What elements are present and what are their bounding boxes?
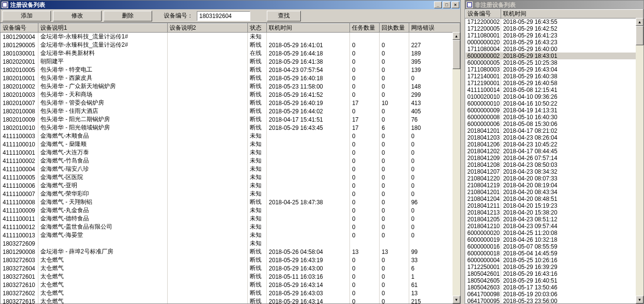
table-row[interactable]: 60000000092018-04-19 14:13:31 (466, 107, 644, 114)
table-row[interactable]: 18050426052018-05-29 16:40:51 (466, 277, 644, 284)
table-row[interactable]: 20180412032018-04-23 08:26:04 (466, 134, 644, 141)
table-row[interactable]: 17110800012018-05-29 16:41:23 (466, 32, 644, 39)
delete-button[interactable]: 删除 (104, 11, 152, 21)
table-row[interactable]: 60000000042018-05-25 10:26:16 (466, 257, 644, 264)
table-row[interactable]: 20180412092018-04-26 07:57:14 (466, 155, 644, 161)
column-header[interactable]: 设备编号 (466, 10, 501, 18)
table-row[interactable]: 01000200102018-04-10 09:36:26 (466, 93, 644, 100)
table-row[interactable]: 20180412072018-04-23 08:34:32 (466, 168, 644, 175)
table-row[interactable]: 17122000022018-05-29 16:43:55 (466, 18, 644, 26)
table-row[interactable]: 17122500012018-05-29 16:39:29 (466, 264, 644, 270)
table-row[interactable]: 17121400012018-05-29 16:40:38 (466, 73, 644, 80)
scroll-up-button[interactable]: ▲ (453, 32, 460, 40)
scroll-thumb[interactable] (636, 26, 644, 45)
column-header[interactable]: 设备说明1 (38, 24, 167, 33)
table-row[interactable]: 60000000082018-05-10 16:40:30 (466, 114, 644, 121)
table-row[interactable]: 4111100002金海燃气-竹岛食品未知000 (1, 157, 460, 165)
table-row[interactable]: 17122000052018-05-29 16:42:52 (466, 25, 644, 32)
table-row[interactable]: 20180412052018-04-23 08:51:12 (466, 216, 644, 223)
table-row[interactable]: 21080412192018-04-20 08:19:04 (466, 182, 644, 189)
table-row[interactable]: 60000000022018-05-29 18:43:01 (466, 53, 644, 59)
table-row[interactable]: 20180412062018-04-23 10:45:22 (466, 141, 644, 148)
table-row[interactable]: 60000000192018-04-26 10:32:18 (466, 236, 644, 243)
table-row[interactable]: 06417000952018-05-23 23:56:00 (466, 298, 644, 304)
table-row[interactable]: 1802010002包头港华 - 广众新天地锅炉房断线2018-05-23 11… (1, 82, 460, 90)
table-row[interactable]: 4111100010金海燃气 - 燊隆顺未知000 (1, 140, 460, 148)
scroll-track[interactable] (636, 26, 644, 296)
vertical-scrollbar[interactable]: ▲ ▼ (453, 32, 460, 304)
table-row[interactable]: 4111100001金海燃气-大连万泰未知000 (1, 148, 460, 157)
titlebar[interactable]: 非注册设备列表 (465, 0, 644, 9)
table-row[interactable]: 1801030001金坛港华-科奥新材料在线2018-05-29 16:44:1… (1, 49, 460, 57)
scroll-thumb[interactable] (453, 40, 460, 69)
column-header[interactable]: 网络错误 (409, 24, 460, 33)
table-row[interactable]: 60000000102018-04-16 10:50:22 (466, 100, 644, 107)
table-row[interactable]: 1802010007包头港华 - 管委会锅炉房断线2018-05-29 16:4… (1, 99, 460, 107)
table-row[interactable]: 60000000062018-05-08 15:30:06 (466, 121, 644, 127)
unregistered-devices-table[interactable]: 设备编号联机时间 17122000022018-05-29 16:43:5517… (465, 9, 644, 304)
table-row[interactable]: 1803272609未知 (1, 239, 460, 248)
scroll-up-button[interactable]: ▲ (636, 18, 644, 26)
table-row[interactable]: 20180412082018-04-23 08:50:03 (466, 161, 644, 168)
table-row[interactable]: 18050426032018-05-17 13:50:46 (466, 284, 644, 291)
table-row[interactable]: 20180412012018-04-17 08:21:02 (466, 127, 644, 134)
table-row[interactable]: 60000000052018-05-25 10:25:38 (466, 59, 644, 66)
table-row[interactable]: 4111100009金海燃气-丸金食品未知000 (1, 206, 460, 215)
column-header[interactable]: 状态 (248, 24, 267, 33)
table-row[interactable]: 20180412112018-04-20 15:19:23 (466, 202, 644, 209)
column-header[interactable]: 任务数量 (350, 24, 380, 33)
minimize-button[interactable]: _ (434, 1, 442, 8)
search-button[interactable]: 查找 (267, 11, 301, 21)
table-row[interactable]: 4111100005金海燃气-区医院未知000 (1, 173, 460, 181)
table-row[interactable]: 1802010008包头港华 - 佳雨大酒店断线2018-05-29 16:44… (1, 107, 460, 115)
maximize-button[interactable]: □ (443, 1, 451, 8)
device-id-input[interactable] (197, 11, 250, 21)
table-row[interactable]: 1801290008金坛港华 - 薛埠2号标准厂房断线2018-05-26 04… (1, 248, 460, 256)
table-row[interactable]: 20180412102018-04-23 09:57:44 (466, 223, 644, 230)
table-row[interactable]: 21080412202018-04-20 08:07:33 (466, 175, 644, 182)
scroll-down-button[interactable]: ▼ (636, 296, 644, 304)
table-row[interactable]: 1801290005金坛港华-永臻科技_流量计远传2#断线2018-05-29 … (1, 41, 460, 49)
table-row[interactable]: 4111100004金海燃气-瑞安八珍未知000 (1, 165, 460, 173)
table-row[interactable]: 1803272615太仓燃气断线2018-05-29 16:43:1400215 (1, 297, 460, 304)
table-row[interactable]: 17110800032018-05-29 16:43:04 (466, 66, 644, 73)
table-row[interactable]: 1802010005包头港华 - 特变电工断线2018-04-23 07:57:… (1, 66, 460, 74)
table-row[interactable]: 4111100007金海燃气-荣华彩印未知000 (1, 190, 460, 198)
table-row[interactable]: 4111100003金海燃气-木顺食品未知000 (1, 132, 460, 140)
table-row[interactable]: 06417000982018-05-19 20:03:06 (466, 291, 644, 298)
table-row[interactable]: 60000000202018-04-25 11:20:08 (466, 230, 644, 236)
table-row[interactable]: 21080412042018-04-20 08:48:51 (466, 196, 644, 202)
table-row[interactable]: 20180412132018-04-20 15:38:20 (466, 209, 644, 216)
table-row[interactable]: 4111100013金海燃气-海晏堂未知000 (1, 231, 460, 239)
column-header[interactable]: 联机时间 (501, 10, 644, 18)
table-row[interactable]: 17121900012018-05-29 16:40:58 (466, 80, 644, 87)
table-row[interactable]: 1803272610太仓燃气断线2018-05-29 16:43:140061 (1, 281, 460, 289)
table-row[interactable]: 1803272602太仓燃气断线2018-05-29 16:43:030013 (1, 289, 460, 297)
table-row[interactable]: 1802020001朝阳建平断线2018-05-29 16:41:3800395 (1, 57, 460, 66)
scroll-down-button[interactable]: ▼ (453, 296, 460, 304)
registered-devices-table[interactable]: 设备编号设备说明1设备说明2状态联机时间任务数量回执数量网络错误 1801290… (0, 23, 460, 304)
table-row[interactable]: 21080412012018-04-20 08:43:34 (466, 189, 644, 196)
table-row[interactable]: 1802010001包头港华 - 西蒙皮具断线2018-05-29 16:40:… (1, 74, 460, 82)
vertical-scrollbar[interactable]: ▲ ▼ (636, 18, 644, 304)
column-header[interactable]: 回执数量 (380, 24, 409, 33)
table-row[interactable]: 1802010010包头港华 - 阳光领域锅炉房断线2018-05-29 16:… (1, 124, 460, 132)
table-row[interactable]: 1803272601太仓燃气断线2018-05-11 16:03:16001 (1, 272, 460, 281)
edit-button[interactable]: 修改 (53, 11, 102, 21)
column-header[interactable]: 设备说明2 (167, 24, 248, 33)
table-row[interactable]: 1803272604太仓燃气断线2018-05-29 16:43:00006 (1, 264, 460, 272)
table-row[interactable]: 1802010009包头港华 - 阳光二期锅炉房断线2018-04-17 15:… (1, 115, 460, 124)
column-header[interactable]: 联机时间 (267, 24, 350, 33)
table-row[interactable]: 4111100006金海燃气-亚明未知000 (1, 181, 460, 190)
table-row[interactable]: 17110800042018-05-29 16:40:00 (466, 46, 644, 53)
table-row[interactable]: 60000000182018-05-04 14:45:59 (466, 250, 644, 257)
table-row[interactable]: 1803272603太仓燃气断线2018-05-29 16:43:190033 (1, 256, 460, 264)
table-row[interactable]: 41111000142018-05-08 12:15:41 (466, 87, 644, 93)
table-row[interactable]: 20180412022018-04-17 08:44:45 (466, 148, 644, 155)
close-button[interactable]: × (452, 1, 459, 8)
add-button[interactable]: 添加 (2, 11, 51, 21)
table-row[interactable]: 00000000202018-05-29 16:43:23 (466, 39, 644, 46)
table-row[interactable]: 4111100012金海燃气-盖世食品有限公司未知000 (1, 223, 460, 231)
table-row[interactable]: 1802010003包头港华 - 天和商场断线2018-05-29 16:41:… (1, 90, 460, 99)
table-row[interactable]: 60000000162018-05-07 08:55:59 (466, 243, 644, 250)
